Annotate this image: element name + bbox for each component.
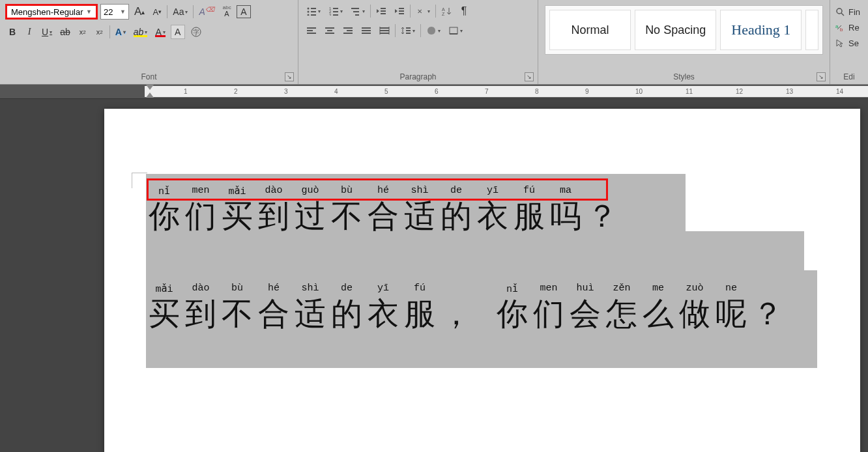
svg-rect-20 <box>399 8 404 9</box>
svg-rect-27 <box>307 30 313 31</box>
highlight-button[interactable]: ab▾ <box>131 25 151 39</box>
hanzi: 到 <box>182 297 219 332</box>
svg-rect-29 <box>325 27 334 29</box>
font-color-button[interactable]: A▾ <box>152 25 167 39</box>
pinyin: shì <box>401 185 438 196</box>
char-block: de的 <box>438 199 474 234</box>
multilevel-list-button[interactable]: ▾ <box>348 4 368 18</box>
pinyin: me <box>640 283 676 294</box>
font-name-combo[interactable]: Mengshen-Regular ▼ <box>5 4 98 20</box>
sort-button[interactable]: AZ <box>439 4 454 18</box>
char-block: mǎi买 <box>219 199 255 234</box>
decrease-indent-button[interactable] <box>373 4 389 18</box>
char-block: hé合 <box>255 297 292 332</box>
indent-marker[interactable] <box>146 85 154 98</box>
text-effects-button[interactable]: A▾ <box>113 25 128 39</box>
pinyin: mǎi <box>146 283 182 295</box>
hanzi: 么 <box>640 297 676 332</box>
show-marks-button[interactable]: ¶ <box>457 4 471 18</box>
change-case-button[interactable]: Aa▾ <box>170 5 190 19</box>
margin-corner <box>132 173 147 188</box>
ruler-number: 3 <box>284 88 288 95</box>
svg-text:3: 3 <box>329 13 332 16</box>
ruler-number: 4 <box>334 88 338 95</box>
svg-rect-41 <box>406 27 411 29</box>
ruler-number: 12 <box>736 88 743 95</box>
styles-group: Normal No Spacing Heading 1 Styles ↘ <box>538 0 830 84</box>
strikethrough-button[interactable]: ab <box>57 25 73 39</box>
grow-font-button[interactable]: A▴ <box>132 5 147 19</box>
style-overflow[interactable] <box>805 10 818 50</box>
style-normal[interactable]: Normal <box>549 10 631 50</box>
char-block: shì适 <box>401 199 438 234</box>
svg-rect-18 <box>381 10 386 12</box>
numbering-button[interactable]: 123▾ <box>326 4 345 18</box>
punctuation: ？ <box>584 199 620 234</box>
phonetic-guide-button[interactable]: abc A <box>220 5 234 19</box>
line-spacing-button[interactable]: ▾ <box>398 23 418 38</box>
bullets-button[interactable]: ▾ <box>304 4 323 18</box>
clear-formatting-button[interactable]: A⌫ <box>196 5 216 19</box>
search-icon <box>835 7 845 16</box>
page[interactable]: nǐ你men们mǎi买dào到guò过bù不hé合shì适de的yī衣fú服ma… <box>104 109 860 452</box>
char-block: fú服 <box>401 297 438 332</box>
char-block: shì适 <box>292 297 328 332</box>
underline-button[interactable]: U▾ <box>39 25 55 39</box>
shrink-font-button[interactable]: A▾ <box>150 5 164 19</box>
hanzi: 合 <box>255 297 292 332</box>
svg-rect-11 <box>333 11 338 12</box>
hanzi: 服 <box>401 297 438 332</box>
styles-dialog-launcher[interactable]: ↘ <box>817 72 826 81</box>
svg-rect-28 <box>307 33 316 34</box>
font-size-combo[interactable]: 22 ▼ <box>100 4 129 20</box>
distribute-button[interactable] <box>377 23 392 38</box>
style-heading1[interactable]: Heading 1 <box>720 10 802 50</box>
justify-button[interactable] <box>358 23 374 38</box>
char-block: dào到 <box>182 297 219 332</box>
find-button[interactable]: Fin <box>835 4 863 20</box>
char-border-button[interactable]: A <box>237 5 251 18</box>
char-block: bù不 <box>328 199 365 234</box>
editing-group-label: Edi <box>843 72 854 81</box>
borders-button[interactable]: ▾ <box>446 23 465 38</box>
char-block: men们 <box>530 297 567 332</box>
align-center-button[interactable] <box>322 23 338 38</box>
font-name-value: Mengshen-Regular <box>11 7 83 17</box>
subscript-button[interactable]: x2 <box>76 25 90 39</box>
document-area: nǐ你men们mǎi买dào到guò过bù不hé合shì适de的yī衣fú服ma… <box>0 99 868 452</box>
char-block: me么 <box>640 297 676 332</box>
text-line[interactable]: nǐ你men们mǎi买dào到guò过bù不hé合shì适de的yī衣fú服ma… <box>146 177 868 234</box>
replace-button[interactable]: ab Re <box>835 20 863 35</box>
align-right-button[interactable] <box>340 23 356 38</box>
superscript-button[interactable]: x2 <box>93 25 107 39</box>
font-dialog-launcher[interactable]: ↘ <box>285 72 294 81</box>
pinyin: bù <box>219 283 255 294</box>
increase-indent-button[interactable] <box>392 4 407 18</box>
paragraph-dialog-launcher[interactable]: ↘ <box>525 72 534 81</box>
char-block: ne呢 <box>713 297 749 332</box>
ruler-number: 10 <box>635 88 643 95</box>
bold-button[interactable]: B <box>5 25 20 39</box>
char-block: ma吗 <box>547 199 584 234</box>
hanzi: 适 <box>292 297 328 332</box>
svg-rect-31 <box>325 33 334 34</box>
char-shading-button[interactable]: A <box>171 25 185 39</box>
char-block: zěn怎 <box>603 297 640 332</box>
shading-button[interactable]: ▾ <box>424 23 443 38</box>
hanzi: 不 <box>219 297 255 332</box>
select-button[interactable]: Se <box>835 35 863 51</box>
char-block: de的 <box>328 297 365 332</box>
styles-gallery[interactable]: Normal No Spacing Heading 1 <box>545 5 823 55</box>
align-left-button[interactable] <box>304 23 319 38</box>
style-nospacing[interactable]: No Spacing <box>635 10 716 50</box>
svg-rect-3 <box>311 8 316 9</box>
enclose-char-button[interactable]: 字 <box>188 25 205 39</box>
text-line[interactable]: mǎi买dào到bù不hé合shì适de的yī衣fú服，nǐ你men们huì会z… <box>146 274 868 332</box>
horizontal-ruler[interactable]: 1234567891011121314 <box>0 85 868 99</box>
hanzi: 吗 <box>547 199 584 234</box>
pinyin: men <box>530 283 567 294</box>
text-direction-button[interactable]: ✕▾ <box>413 4 433 18</box>
svg-text:b: b <box>840 27 843 32</box>
char-block: nǐ你 <box>146 199 182 234</box>
italic-button[interactable]: I <box>22 25 36 39</box>
